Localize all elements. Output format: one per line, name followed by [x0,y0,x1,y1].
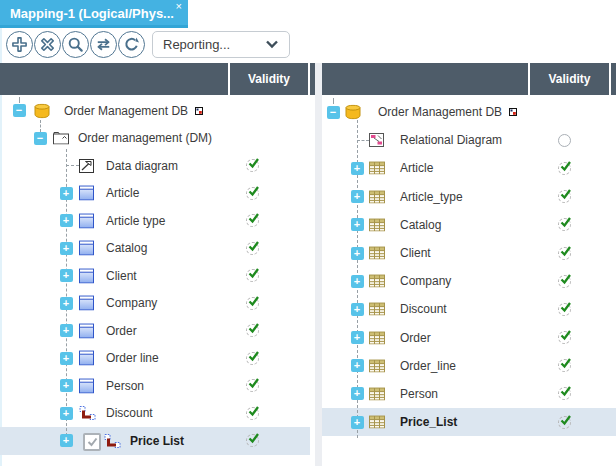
tree-row[interactable]: +Price List [0,427,310,455]
expand-plus-icon[interactable]: + [60,187,73,200]
tree-row[interactable]: +Order line [0,345,310,373]
table-icon [369,416,385,429]
tree-row[interactable]: +Article [0,180,310,208]
expand-plus-icon[interactable]: + [60,434,73,447]
expand-plus-icon[interactable]: + [351,162,364,175]
expand-plus-icon[interactable]: + [351,331,364,344]
tree-row[interactable]: −Order management (DM) [0,125,310,153]
entity-icon [79,323,94,338]
tree-item-label: Catalog [400,218,441,232]
tree-row[interactable]: +Person [322,380,616,408]
expand-plus-icon[interactable]: + [60,269,73,282]
tree-item-label: Price List [130,434,184,448]
find-button[interactable] [62,31,89,58]
expand-plus-icon[interactable]: + [60,324,73,337]
tree-item-label: Article [106,186,139,200]
tree-row[interactable]: +Client [322,239,616,267]
expand-plus-icon[interactable]: + [351,303,364,316]
physical-model-tree: −Order Management DBRelational Diagram+A… [322,98,616,466]
table-icon [369,387,385,400]
entity-icon [79,268,94,283]
close-icon[interactable]: × [176,1,182,12]
chevron-down-icon [265,40,279,49]
tree-row[interactable]: +Discount [322,295,616,323]
expand-plus-icon[interactable]: + [351,218,364,231]
tab-mapping-1[interactable]: Mapping-1 (Logical/Phys... × [0,0,188,28]
tab-title: Mapping-1 (Logical/Phys... [10,0,174,27]
tree-item-label: Price_List [400,415,457,429]
expand-plus-icon[interactable]: + [60,379,73,392]
swap-button[interactable] [90,31,117,58]
tree-row[interactable]: +Catalog [0,235,310,263]
tree-row[interactable]: +Order [0,317,310,345]
tree-row[interactable]: +Client [0,262,310,290]
list-icon [104,433,121,448]
tree-row[interactable]: −Order Management DB [322,98,616,126]
tree-row[interactable]: Data diagram [0,152,310,180]
expand-plus-icon[interactable]: + [351,247,364,260]
table-icon [369,275,385,288]
tree-row[interactable]: +Price_List [322,408,616,436]
tree-row[interactable]: +Person [0,372,310,400]
tree-row[interactable]: +Article [322,154,616,182]
tree-row[interactable]: +Order [322,324,616,352]
expand-plus-icon[interactable]: + [351,190,364,203]
tree-row[interactable]: +Discount [0,400,310,428]
mapping-checkbox[interactable] [83,433,101,451]
expand-plus-icon[interactable]: + [60,297,73,310]
tree-row[interactable]: +Order_line [322,352,616,380]
tree-item-label: Person [106,379,144,393]
tree-guide-line [333,98,334,104]
panel-splitter[interactable] [315,63,322,466]
tree-row[interactable]: −Order Management DB [0,97,310,125]
right-tree-header [322,63,528,95]
tree-row[interactable]: +Company [322,267,616,295]
entity-icon [79,378,94,393]
model-icon [53,132,69,145]
table-icon [369,162,385,175]
tree-row[interactable]: +Catalog [322,211,616,239]
tree-item-label: Article [400,161,433,175]
expand-plus-icon[interactable]: + [60,242,73,255]
valid-check-icon [246,434,259,447]
tree-row[interactable]: +Article type [0,207,310,235]
entity-icon [79,186,94,201]
tree-item-label: Order line [106,351,159,365]
table-icon [369,247,385,260]
tree-item-label: Order Management DB [64,104,188,118]
database-icon [344,105,362,120]
tree-row[interactable]: +Company [0,290,310,318]
add-button[interactable] [6,31,33,58]
tree-item-label: Catalog [106,241,147,255]
entity-icon [79,296,94,311]
tree-item-label: Article type [106,214,165,228]
valid-check-icon [246,214,259,227]
tree-item-label: Discount [106,406,153,420]
expand-plus-icon[interactable]: + [351,387,364,400]
collapse-minus-icon[interactable]: − [13,104,26,117]
tree-row[interactable]: +Article_type [322,183,616,211]
refresh-button[interactable] [118,31,145,58]
expand-plus-icon[interactable]: + [351,416,364,429]
collapse-minus-icon[interactable]: − [327,106,340,119]
tree-item-label: Discount [400,302,447,316]
magnifier-icon [67,36,84,53]
valid-check-icon [246,269,259,282]
expand-plus-icon[interactable]: + [60,214,73,227]
delete-button[interactable] [34,31,61,58]
plus-icon [11,36,28,53]
table-icon [369,190,385,203]
valid-check-icon [558,359,571,372]
tree-item-label: Relational Diagram [400,133,502,147]
logical-model-tree: −Order Management DB−Order management (D… [0,97,310,466]
expand-plus-icon[interactable]: + [60,407,73,420]
valid-check-icon [558,162,571,175]
collapse-minus-icon[interactable]: − [34,132,47,145]
report-dropdown[interactable]: Reporting... [152,31,290,58]
tree-item-label: Order [400,331,431,345]
expand-plus-icon[interactable]: + [351,359,364,372]
valid-check-icon [246,297,259,310]
expand-plus-icon[interactable]: + [60,352,73,365]
valid-check-icon [246,187,259,200]
expand-plus-icon[interactable]: + [351,275,364,288]
